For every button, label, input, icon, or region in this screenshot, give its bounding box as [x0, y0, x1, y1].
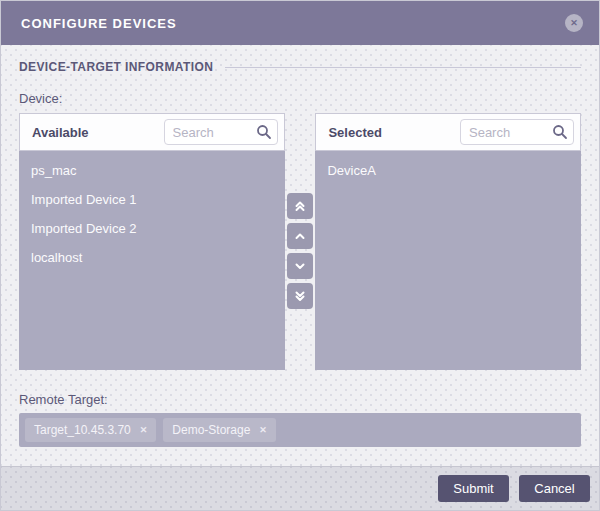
remote-target-tag: Target_10.45.3.70 ✕: [25, 418, 156, 442]
dialog-footer: Submit Cancel: [1, 466, 599, 510]
search-icon[interactable]: [256, 123, 273, 140]
remote-target-label: Remote Target:: [19, 392, 581, 407]
selected-list: DeviceA: [315, 151, 581, 370]
available-panel-header: Available: [19, 113, 285, 151]
available-list: ps_mac Imported Device 1 Imported Device…: [19, 151, 285, 370]
section-header: DEVICE-TARGET INFORMATION: [19, 60, 581, 74]
selected-panel-header: Selected: [315, 113, 581, 151]
list-item[interactable]: Imported Device 1: [19, 185, 285, 214]
close-button[interactable]: ✕: [565, 14, 583, 32]
close-icon: ✕: [570, 18, 578, 28]
remote-target-tag: Demo-Storage ✕: [163, 418, 276, 442]
tag-remove-button[interactable]: ✕: [140, 425, 148, 435]
tag-label: Demo-Storage: [172, 423, 250, 437]
section-divider: [225, 67, 581, 68]
available-panel: Available ps_mac Imported Device 1: [19, 113, 285, 370]
chevron-down-icon: [293, 259, 307, 273]
device-label: Device:: [19, 91, 581, 106]
selected-label: Selected: [328, 125, 381, 140]
cancel-button[interactable]: Cancel: [519, 475, 590, 502]
remote-target-container: Target_10.45.3.70 ✕ Demo-Storage ✕: [19, 413, 581, 447]
submit-button[interactable]: Submit: [438, 475, 509, 502]
dual-list: Available ps_mac Imported Device 1: [19, 113, 581, 370]
chevron-double-down-icon: [293, 289, 307, 303]
close-icon: ✕: [259, 425, 267, 435]
available-label: Available: [32, 125, 89, 140]
dialog-title: CONFIGURE DEVICES: [21, 16, 177, 31]
dialog-header: CONFIGURE DEVICES ✕: [1, 1, 599, 45]
configure-devices-dialog: CONFIGURE DEVICES ✕ DEVICE-TARGET INFORM…: [0, 0, 600, 511]
search-icon[interactable]: [552, 123, 569, 140]
dialog-body: DEVICE-TARGET INFORMATION Device: Availa…: [1, 45, 599, 466]
close-icon: ✕: [140, 425, 148, 435]
move-all-down-button[interactable]: [287, 283, 313, 309]
tag-label: Target_10.45.3.70: [34, 423, 131, 437]
chevron-double-up-icon: [293, 199, 307, 213]
move-all-up-button[interactable]: [287, 193, 313, 219]
move-down-button[interactable]: [287, 253, 313, 279]
list-item[interactable]: localhost: [19, 243, 285, 272]
tag-remove-button[interactable]: ✕: [259, 425, 267, 435]
section-title: DEVICE-TARGET INFORMATION: [19, 60, 213, 74]
list-item[interactable]: ps_mac: [19, 156, 285, 185]
transfer-buttons: [285, 113, 316, 370]
selected-search: [460, 119, 574, 145]
available-search: [164, 119, 278, 145]
chevron-up-icon: [293, 229, 307, 243]
list-item[interactable]: DeviceA: [315, 156, 581, 185]
move-up-button[interactable]: [287, 223, 313, 249]
selected-panel: Selected DeviceA: [315, 113, 581, 370]
list-item[interactable]: Imported Device 2: [19, 214, 285, 243]
